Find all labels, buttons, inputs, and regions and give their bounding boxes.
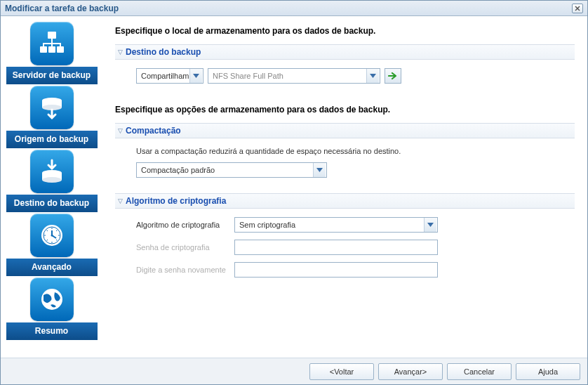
nfs-path-placeholder: NFS Share Full Path: [208, 72, 366, 80]
encryption-algo-value: Sem criptografia: [235, 221, 423, 229]
window-title: Modificar a tarefa de backup: [5, 4, 119, 13]
section-destination: ▽ Destino do backup Compartilham NFS Sha…: [115, 44, 575, 92]
share-type-value: Compartilham: [137, 72, 189, 80]
encryption-password-confirm-field: [234, 262, 438, 278]
compression-select[interactable]: Compactação padrão: [136, 162, 327, 178]
section-encryption: ▽ Algoritmo de criptografia Algoritmo de…: [115, 193, 575, 287]
dropdown-arrow-icon[interactable]: [313, 163, 326, 177]
section-compression: ▽ Compactação Usar a compactação reduzir…: [115, 123, 575, 181]
compression-description: Usar a compactação reduzirá a quantidade…: [136, 147, 575, 155]
step-label: Resumo: [6, 322, 98, 340]
step-backup-destination[interactable]: Destino do backup: [6, 150, 98, 212]
step-label: Destino do backup: [6, 195, 98, 212]
step-summary[interactable]: Resumo: [6, 278, 98, 340]
chevron-down-icon: ▽: [118, 48, 123, 56]
dialog-window: Modificar a tarefa de backup Servidor de…: [0, 0, 588, 385]
nfs-path-combo[interactable]: NFS Share Full Path: [208, 68, 380, 84]
share-type-select[interactable]: Compartilham: [136, 68, 203, 84]
cancel-button[interactable]: Cancelar: [447, 363, 512, 380]
chevron-down-icon: ▽: [118, 197, 123, 204]
section-title: Algoritmo de criptografia: [126, 196, 226, 206]
close-button[interactable]: [572, 4, 583, 13]
section-title: Destino do backup: [126, 47, 201, 57]
step-backup-source[interactable]: Origem do backup: [6, 86, 98, 148]
svg-rect-3: [57, 46, 64, 53]
instruction-storage-location: Especifique o local de armazenamento par…: [115, 26, 575, 36]
dropdown-arrow-icon[interactable]: [189, 69, 202, 83]
svg-rect-1: [40, 46, 47, 53]
next-button[interactable]: Avançar>: [378, 363, 443, 380]
drive-in-icon: [30, 150, 74, 193]
section-header-destination[interactable]: ▽ Destino do backup: [115, 44, 575, 60]
svg-rect-0: [48, 32, 56, 39]
dialog-footer: <Voltar Avançar> Cancelar Ajuda: [1, 358, 587, 384]
section-header-compression[interactable]: ▽ Compactação: [115, 123, 575, 138]
encryption-password-label: Senha de criptografia: [136, 242, 234, 252]
encryption-password-confirm-label: Digite a senha novamente: [136, 265, 234, 275]
svg-rect-2: [48, 46, 55, 53]
arrow-right-icon: [388, 72, 398, 80]
dialog-body: Servidor de backup Origem do backup: [1, 16, 587, 358]
step-advanced[interactable]: Avançado: [6, 214, 98, 276]
chevron-down-icon: ▽: [118, 127, 123, 134]
server-icon: [30, 22, 74, 65]
wizard-sidebar: Servidor de backup Origem do backup: [1, 16, 102, 358]
section-title: Compactação: [126, 126, 181, 136]
dropdown-arrow-icon[interactable]: [366, 69, 379, 83]
go-button[interactable]: [385, 68, 401, 84]
section-header-encryption[interactable]: ▽ Algoritmo de criptografia: [115, 193, 575, 209]
step-label: Avançado: [6, 259, 98, 276]
step-backup-server[interactable]: Servidor de backup: [6, 22, 98, 84]
encryption-algo-select[interactable]: Sem criptografia: [234, 217, 438, 233]
svg-point-9: [42, 177, 62, 183]
step-label: Servidor de backup: [6, 67, 98, 84]
encryption-algo-label: Algoritmo de criptografia: [136, 220, 234, 230]
dropdown-arrow-icon[interactable]: [424, 218, 436, 232]
content-pane: Especifique o local de armazenamento par…: [102, 16, 587, 358]
back-button[interactable]: <Voltar: [309, 363, 374, 380]
clock-icon: [30, 214, 74, 257]
svg-point-22: [51, 235, 53, 237]
encryption-password-field: [234, 240, 438, 255]
titlebar: Modificar a tarefa de backup: [1, 1, 587, 16]
drive-down-icon: [30, 86, 74, 129]
step-label: Origem do backup: [6, 131, 98, 148]
compression-value: Compactação padrão: [137, 166, 312, 174]
help-button[interactable]: Ajuda: [516, 363, 580, 380]
instruction-storage-options: Especifique as opções de armazenamento p…: [115, 105, 575, 115]
globe-icon: [30, 278, 74, 321]
